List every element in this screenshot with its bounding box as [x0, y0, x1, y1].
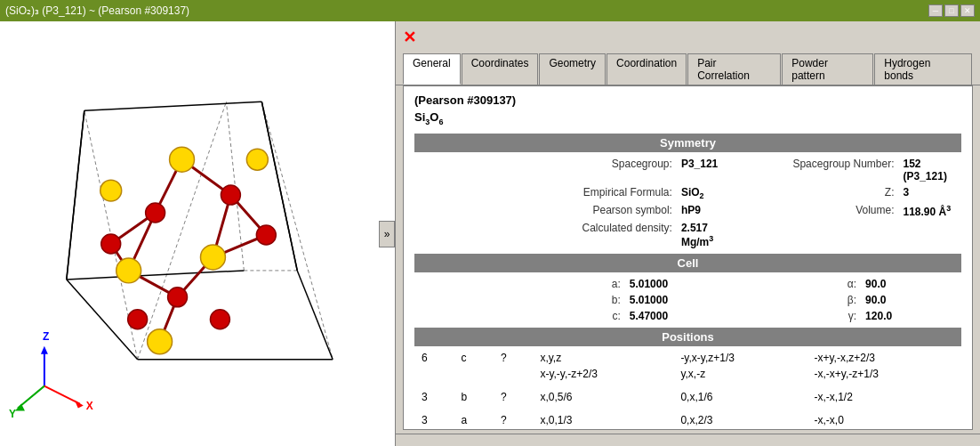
symmetry-header: Symmetry — [414, 134, 961, 152]
position-row-3: 3 a ? x,0,1/3 0,x,2/3 -x,-x,0 — [414, 412, 961, 428]
cell-header: Cell — [414, 254, 961, 272]
svg-point-38 — [128, 310, 148, 329]
close-panel-button[interactable]: ✕ — [403, 29, 416, 45]
tab-hydrogen-bonds[interactable]: Hydrogen bonds — [874, 53, 972, 85]
window-controls: ─ □ ✕ — [928, 4, 975, 17]
beta-label: β: — [814, 292, 860, 308]
tab-bar: General Coordinates Geometry Coordinatio… — [396, 53, 980, 85]
svg-point-36 — [256, 225, 276, 245]
alpha-label: α: — [814, 276, 860, 292]
svg-point-29 — [148, 329, 173, 354]
expand-icon: » — [384, 228, 390, 240]
svg-point-35 — [101, 234, 121, 254]
pos-coord-a2: 0,x,2/3 — [673, 412, 807, 428]
horizontal-scrollbar[interactable] — [396, 434, 980, 446]
minimize-button[interactable]: ─ — [928, 4, 943, 17]
z-label: Z: — [789, 184, 897, 202]
pos-mult: 6 — [414, 350, 454, 366]
spacegroup-number-label: Spacegroup Number: — [789, 156, 897, 184]
svg-point-28 — [200, 245, 225, 270]
svg-point-30 — [100, 180, 122, 201]
title-bar: (SiO₂)₃ (P3_121) ~ (Pearson #309137) ─ □… — [0, 0, 980, 21]
pos-sym-a: ? — [494, 412, 533, 428]
gamma-label: γ: — [814, 308, 860, 324]
svg-text:Z: Z — [43, 330, 49, 343]
tab-pair-correlation[interactable]: Pair Correlation — [687, 53, 781, 85]
tab-coordination[interactable]: Coordination — [606, 53, 687, 85]
symmetry-table: Spacegroup: P3_121 Spacegroup Number: 15… — [414, 156, 961, 250]
pearson-label: Pearson symbol: — [579, 202, 676, 220]
close-window-button[interactable]: ✕ — [960, 4, 975, 17]
restore-button[interactable]: □ — [944, 4, 959, 17]
gamma-value: 120.0 — [860, 308, 961, 324]
spacegroup-label: Spacegroup: — [579, 156, 676, 184]
pearson-value: hP9 — [676, 202, 735, 220]
density-label: Calculated density: — [579, 220, 676, 250]
svg-point-33 — [221, 185, 240, 205]
a-value: 5.01000 — [624, 276, 759, 292]
pos-coord4: x-y,-y,-z+2/3 — [533, 366, 673, 382]
svg-point-31 — [246, 149, 268, 170]
pos-sym-b: ? — [494, 389, 533, 405]
density-value: 2.517 Mg/m3 — [676, 220, 735, 250]
pos-coord1: x,y,z — [533, 350, 673, 366]
tab-geometry[interactable]: Geometry — [539, 53, 606, 85]
pos-coord5: y,x,-z — [673, 366, 807, 382]
expand-button[interactable]: » — [379, 221, 395, 247]
pos-coord-a3: -x,-x,0 — [807, 412, 962, 428]
position-row-2: 3 b ? x,0,5/6 0,x,1/6 -x,-x,1/2 — [414, 389, 961, 405]
svg-point-26 — [170, 147, 195, 172]
pos-coord6: -x,-x+y,-z+1/3 — [807, 366, 962, 382]
pos-coord-b3: -x,-x,1/2 — [807, 389, 962, 405]
beta-value: 90.0 — [860, 292, 961, 308]
pos-coord-a1: x,0,1/3 — [533, 412, 673, 428]
positions-table: 6 c ? x,y,z -y,x-y,z+1/3 -x+y,-x,z+2/3 x… — [414, 350, 961, 428]
a-label: a: — [579, 276, 624, 292]
tab-coordinates[interactable]: Coordinates — [462, 53, 539, 85]
empirical-value: SiO2 — [676, 184, 735, 202]
volume-value: 118.90 Å3 — [898, 202, 961, 220]
compound-formula: Si3O6 — [414, 110, 961, 126]
pos-coord3: -x+y,-x,z+2/3 — [807, 350, 962, 366]
svg-rect-0 — [0, 22, 395, 446]
compound-reference: (Pearson #309137) — [414, 93, 961, 107]
pos-coord-b1: x,0,5/6 — [533, 389, 673, 405]
volume-label: Volume: — [789, 202, 897, 220]
cell-table: a: 5.01000 α: 90.0 b: 5.01000 β: 90.0 — [414, 276, 961, 324]
b-label: b: — [579, 292, 624, 308]
window-title: (SiO₂)₃ (P3_121) ~ (Pearson #309137) — [5, 4, 189, 17]
z-value: 3 — [898, 184, 961, 202]
general-content[interactable]: (Pearson #309137) Si3O6 Symmetry Spacegr… — [403, 85, 973, 430]
tab-general[interactable]: General — [403, 53, 461, 85]
empirical-label: Empirical Formula: — [579, 184, 676, 202]
svg-point-34 — [168, 288, 188, 307]
pos-coord2: -y,x-y,z+1/3 — [673, 350, 807, 366]
panel-top-bar: ✕ — [396, 21, 980, 53]
b-value: 5.01000 — [624, 292, 759, 308]
tab-powder-pattern[interactable]: Powder pattern — [782, 53, 873, 85]
position-row-1b: x-y,-y,-z+2/3 y,x,-z -x,-x+y,-z+1/3 — [414, 366, 961, 382]
pos-letter: c — [454, 350, 493, 366]
positions-header: Positions — [414, 328, 961, 346]
spacegroup-value: P3_121 — [676, 156, 735, 184]
pos-letter-a: a — [454, 412, 493, 428]
pos-sym: ? — [494, 350, 533, 366]
pos-letter-b: b — [454, 389, 493, 405]
c-label: c: — [579, 308, 624, 324]
right-panel: ✕ General Coordinates Geometry Coordinat… — [396, 21, 980, 446]
pos-mult-b: 3 — [414, 389, 454, 405]
crystal-viewer: Z X Y » — [0, 21, 396, 446]
svg-text:Y: Y — [9, 408, 16, 420]
svg-point-37 — [210, 310, 229, 329]
pos-mult-a: 3 — [414, 412, 454, 428]
svg-point-32 — [146, 203, 165, 223]
pos-coord-b2: 0,x,1/6 — [673, 389, 807, 405]
spacegroup-number-value: 152 (P3_121) — [898, 156, 961, 184]
svg-point-27 — [116, 258, 141, 283]
c-value: 5.47000 — [624, 308, 759, 324]
position-row-1: 6 c ? x,y,z -y,x-y,z+1/3 -x+y,-x,z+2/3 — [414, 350, 961, 366]
alpha-value: 90.0 — [860, 276, 961, 292]
svg-text:X: X — [86, 400, 93, 412]
